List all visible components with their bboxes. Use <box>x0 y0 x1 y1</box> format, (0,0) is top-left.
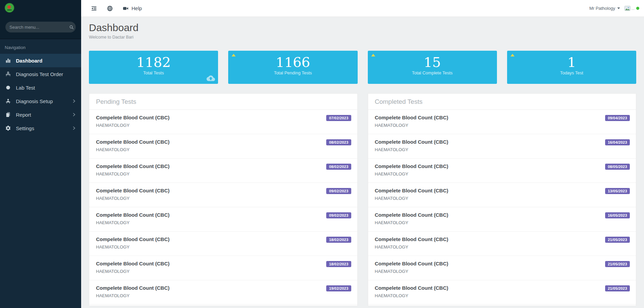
page-title: Dashboard <box>89 22 636 33</box>
sidebar-item-label: Report <box>16 112 31 118</box>
help-button[interactable]: Help <box>122 5 142 12</box>
test-list-item: Compelete Blood Count (CBC) HAEMATOLOGY … <box>368 183 636 207</box>
avatar-alt-text: ... <box>631 6 635 10</box>
sidebar-item-label: Dashboard <box>16 58 42 64</box>
logo-area[interactable] <box>0 0 81 17</box>
date-badge: 09/02/2023 <box>326 188 351 194</box>
user-avatar[interactable]: ... <box>624 5 639 11</box>
language-globe-icon[interactable] <box>106 5 113 12</box>
test-category: HAEMATOLOGY <box>96 123 351 128</box>
sidebar-toggle-icon[interactable] <box>91 5 97 12</box>
main-area: Help Mr Pathology ... <box>81 0 644 308</box>
topbar-left: Help <box>91 5 142 12</box>
sidebar-item-label: Lab Test <box>16 85 35 91</box>
user-setup-icon <box>5 98 11 104</box>
test-category: HAEMATOLOGY <box>375 171 629 176</box>
stat-card-label: Total Tests <box>89 70 218 75</box>
stat-card-value: 1 <box>507 54 636 70</box>
search-input[interactable] <box>9 25 69 30</box>
test-name: Compelete Blood Count (CBC) <box>96 261 351 266</box>
date-badge: 16/04/2023 <box>605 139 630 145</box>
test-list-item: Compelete Blood Count (CBC) HAEMATOLOGY … <box>368 134 636 159</box>
test-category: HAEMATOLOGY <box>375 123 629 128</box>
test-name: Compelete Blood Count (CBC) <box>96 212 351 218</box>
pending-tests-list: Compelete Blood Count (CBC) HAEMATOLOGY … <box>89 110 357 305</box>
test-name: Compelete Blood Count (CBC) <box>375 285 629 291</box>
test-list-item: Compelete Blood Count (CBC) HAEMATOLOGY … <box>368 207 636 232</box>
sidebar-item[interactable]: Diagnosis Setup <box>0 94 81 108</box>
test-list-item: Compelete Blood Count (CBC) HAEMATOLOGY … <box>89 207 357 232</box>
test-list-item: Compelete Blood Count (CBC) HAEMATOLOGY … <box>89 280 357 305</box>
date-badge: 19/02/2023 <box>326 285 351 291</box>
stat-card: 1 Todays Test <box>507 51 636 84</box>
test-category: HAEMATOLOGY <box>96 147 351 152</box>
user-menu-label: Mr Pathology <box>589 6 615 11</box>
date-badge: 18/02/2023 <box>326 237 351 243</box>
test-list-item: Compelete Blood Count (CBC) HAEMATOLOGY … <box>368 110 636 134</box>
content: Dashboard Welcome to Dactar Bari 1182 To… <box>81 17 644 308</box>
sidebar-item[interactable]: Diagnosis Test Order <box>0 67 81 81</box>
test-list-item: Compelete Blood Count (CBC) HAEMATOLOGY … <box>368 256 636 280</box>
test-name: Compelete Blood Count (CBC) <box>375 212 629 218</box>
pending-tests-panel: Pending Tests Compelete Blood Count (CBC… <box>89 93 358 306</box>
test-name: Compelete Blood Count (CBC) <box>96 236 351 242</box>
stat-card-value: 1182 <box>89 54 218 70</box>
sidebar-top <box>0 0 81 39</box>
sidebar-item-label: Diagnosis Setup <box>16 98 53 104</box>
panel-title: Completed Tests <box>368 94 636 110</box>
test-name: Compelete Blood Count (CBC) <box>96 285 351 291</box>
gear-icon <box>5 125 11 132</box>
test-category: HAEMATOLOGY <box>96 220 351 225</box>
test-category: HAEMATOLOGY <box>375 293 629 298</box>
test-category: HAEMATOLOGY <box>375 269 629 274</box>
date-badge: 07/02/2023 <box>326 115 351 121</box>
help-label: Help <box>132 5 142 11</box>
sidebar-item[interactable]: Report <box>0 108 81 121</box>
date-badge: 09/04/2023 <box>605 115 630 121</box>
topbar-right: Mr Pathology ... <box>589 5 639 11</box>
date-badge: 08/02/2023 <box>326 164 351 170</box>
test-category: HAEMATOLOGY <box>375 147 629 152</box>
stat-card-value: 15 <box>368 54 497 70</box>
panel-title: Pending Tests <box>89 94 357 110</box>
broken-image-icon <box>624 5 631 11</box>
sidebar-item[interactable]: Dashboard <box>0 54 81 67</box>
date-badge: 21/05/2023 <box>605 237 630 243</box>
completed-tests-panel: Completed Tests Compelete Blood Count (C… <box>368 93 637 306</box>
warning-triangle-icon <box>371 54 375 56</box>
date-badge: 16/05/2023 <box>605 212 630 218</box>
warning-triangle-icon <box>232 54 236 56</box>
date-badge: 18/02/2023 <box>326 261 351 267</box>
user-menu[interactable]: Mr Pathology <box>589 6 620 11</box>
test-name: Compelete Blood Count (CBC) <box>96 139 351 145</box>
test-list-item: Compelete Blood Count (CBC) HAEMATOLOGY … <box>89 110 357 134</box>
test-list-item: Compelete Blood Count (CBC) HAEMATOLOGY … <box>368 159 636 183</box>
nav-list: Dashboard Diagnosis Test Order Lab Test <box>0 54 81 135</box>
test-name: Compelete Blood Count (CBC) <box>96 115 351 120</box>
test-name: Compelete Blood Count (CBC) <box>375 261 629 266</box>
test-category: HAEMATOLOGY <box>375 196 629 201</box>
sidebar-item[interactable]: Lab Test <box>0 81 81 94</box>
test-name: Compelete Blood Count (CBC) <box>375 236 629 242</box>
stat-card: 1166 Total Pending Tests <box>228 51 357 84</box>
bar-chart-icon <box>5 57 11 64</box>
test-list-item: Compelete Blood Count (CBC) HAEMATOLOGY … <box>89 159 357 183</box>
search-icon[interactable] <box>69 25 74 30</box>
page-subtitle: Welcome to Dactar Bari <box>89 35 636 40</box>
warning-triangle-icon <box>510 54 515 56</box>
test-category: HAEMATOLOGY <box>96 244 351 250</box>
sidebar-item-label: Settings <box>16 125 34 131</box>
online-status-dot <box>636 7 639 10</box>
stat-card-label: Total Pending Tests <box>228 70 357 75</box>
test-list-item: Compelete Blood Count (CBC) HAEMATOLOGY … <box>368 232 636 256</box>
test-panels: Pending Tests Compelete Blood Count (CBC… <box>89 93 636 306</box>
test-name: Compelete Blood Count (CBC) <box>375 139 629 145</box>
stat-card-label: Total Complete Tests <box>368 70 497 75</box>
test-list-item: Compelete Blood Count (CBC) HAEMATOLOGY … <box>89 256 357 280</box>
cloud-upload-icon <box>207 74 215 82</box>
chevron-right-icon <box>72 99 76 103</box>
completed-tests-list: Compelete Blood Count (CBC) HAEMATOLOGY … <box>368 110 636 305</box>
test-category: HAEMATOLOGY <box>375 244 629 250</box>
stat-card: 1182 Total Tests <box>89 51 218 84</box>
sidebar-item[interactable]: Settings <box>0 121 81 135</box>
